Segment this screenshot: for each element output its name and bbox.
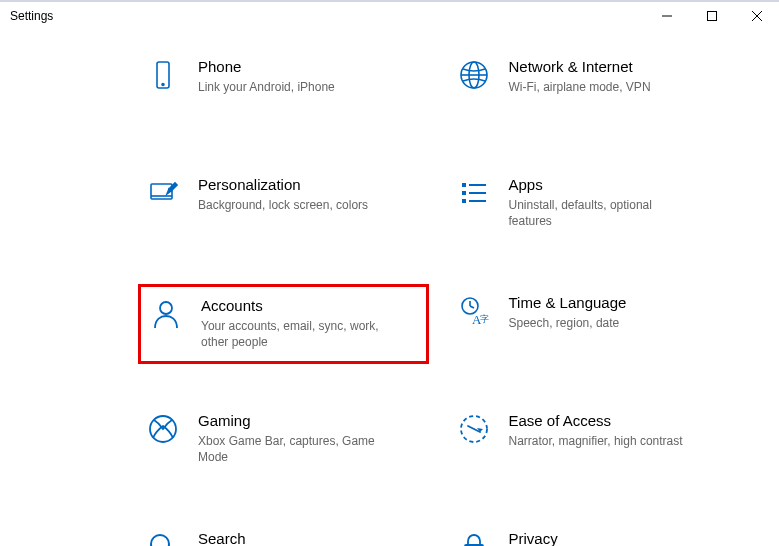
- tile-personalization[interactable]: Personalization Background, lock screen,…: [138, 166, 429, 246]
- tile-apps[interactable]: Apps Uninstall, defaults, optional featu…: [449, 166, 740, 246]
- svg-point-5: [162, 84, 164, 86]
- window-controls: [644, 2, 779, 30]
- tile-subtitle: Narrator, magnifier, high contrast: [509, 433, 689, 449]
- tile-title: Ease of Access: [509, 412, 730, 429]
- tile-text: Gaming Xbox Game Bar, captures, Game Mod…: [198, 410, 419, 465]
- svg-point-26: [151, 535, 169, 546]
- svg-line-20: [470, 306, 474, 308]
- tile-text: Time & Language Speech, region, date: [509, 292, 730, 331]
- tile-subtitle: Uninstall, defaults, optional features: [509, 197, 689, 229]
- svg-rect-11: [462, 183, 466, 187]
- close-button[interactable]: [734, 2, 779, 30]
- tile-privacy[interactable]: Privacy Location, camera, microphone: [449, 520, 740, 546]
- tile-title: Privacy: [509, 530, 730, 546]
- svg-rect-15: [462, 199, 466, 203]
- tile-title: Search: [198, 530, 419, 546]
- tile-search[interactable]: Search Find my files, permissions: [138, 520, 429, 546]
- tile-title: Apps: [509, 176, 730, 193]
- list-icon: [457, 176, 491, 210]
- tile-subtitle: Your accounts, email, sync, work, other …: [201, 318, 381, 350]
- ease-of-access-icon: [457, 412, 491, 446]
- globe-icon: [457, 58, 491, 92]
- tile-text: Phone Link your Android, iPhone: [198, 56, 419, 95]
- tile-time-language[interactable]: A 字 Time & Language Speech, region, date: [449, 284, 740, 364]
- tile-title: Gaming: [198, 412, 419, 429]
- maximize-button[interactable]: [689, 2, 734, 30]
- svg-rect-13: [462, 191, 466, 195]
- tile-phone[interactable]: Phone Link your Android, iPhone: [138, 48, 429, 128]
- tile-text: Apps Uninstall, defaults, optional featu…: [509, 174, 730, 229]
- tile-text: Privacy Location, camera, microphone: [509, 528, 730, 546]
- tile-text: Personalization Background, lock screen,…: [198, 174, 419, 213]
- tile-title: Time & Language: [509, 294, 730, 311]
- minimize-button[interactable]: [644, 2, 689, 30]
- tile-text: Search Find my files, permissions: [198, 528, 419, 546]
- tile-accounts[interactable]: Accounts Your accounts, email, sync, wor…: [138, 284, 429, 364]
- person-icon: [149, 297, 183, 331]
- tile-text: Network & Internet Wi-Fi, airplane mode,…: [509, 56, 730, 95]
- tile-title: Phone: [198, 58, 419, 75]
- tile-text: Accounts Your accounts, email, sync, wor…: [201, 295, 416, 350]
- tile-title: Network & Internet: [509, 58, 730, 75]
- clock-language-icon: A 字: [457, 294, 491, 328]
- tile-network[interactable]: Network & Internet Wi-Fi, airplane mode,…: [449, 48, 740, 128]
- tile-subtitle: Link your Android, iPhone: [198, 79, 378, 95]
- tile-ease-of-access[interactable]: Ease of Access Narrator, magnifier, high…: [449, 402, 740, 482]
- svg-point-17: [160, 302, 172, 314]
- phone-icon: [146, 58, 180, 92]
- title-bar: Settings: [0, 0, 779, 30]
- svg-text:字: 字: [480, 314, 489, 324]
- paintbrush-icon: [146, 176, 180, 210]
- svg-rect-16: [469, 200, 486, 202]
- tile-text: Ease of Access Narrator, magnifier, high…: [509, 410, 730, 449]
- tile-gaming[interactable]: Gaming Xbox Game Bar, captures, Game Mod…: [138, 402, 429, 482]
- svg-rect-12: [469, 184, 486, 186]
- tile-subtitle: Wi-Fi, airplane mode, VPN: [509, 79, 689, 95]
- tile-subtitle: Xbox Game Bar, captures, Game Mode: [198, 433, 378, 465]
- tile-subtitle: Background, lock screen, colors: [198, 197, 378, 213]
- svg-rect-14: [469, 192, 486, 194]
- tile-title: Personalization: [198, 176, 419, 193]
- xbox-icon: [146, 412, 180, 446]
- lock-icon: [457, 530, 491, 546]
- window-title: Settings: [10, 9, 53, 23]
- svg-rect-1: [707, 12, 716, 21]
- search-icon: [146, 530, 180, 546]
- tile-subtitle: Speech, region, date: [509, 315, 689, 331]
- settings-grid: Phone Link your Android, iPhone Network …: [0, 30, 779, 546]
- tile-title: Accounts: [201, 297, 416, 314]
